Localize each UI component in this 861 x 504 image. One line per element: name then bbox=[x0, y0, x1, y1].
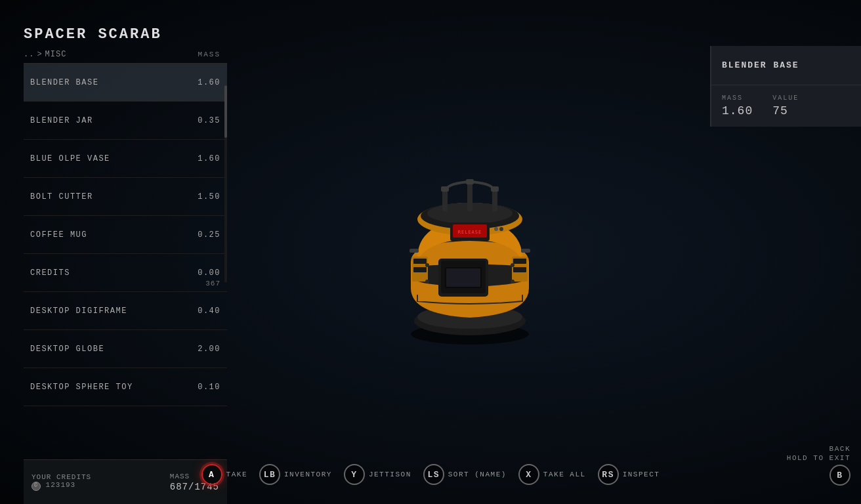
svg-rect-21 bbox=[413, 259, 427, 264]
action-inspect[interactable]: RSINSPECT bbox=[598, 464, 660, 485]
svg-rect-18 bbox=[467, 182, 472, 211]
item-mass: 0.00 bbox=[194, 268, 220, 278]
breadcrumb-category: MISC bbox=[45, 50, 67, 59]
item-mass: 1.60 bbox=[194, 78, 220, 87]
list-item[interactable]: BLENDER JAR0.35 bbox=[24, 102, 227, 140]
item-mass: 0.25 bbox=[194, 230, 220, 240]
back-section: BACK HOLD TO EXIT B bbox=[787, 445, 850, 486]
detail-value-label: VALUE bbox=[772, 94, 799, 102]
item-name: BLUE OLPE VASE bbox=[30, 154, 194, 163]
robot-preview: RELEASE bbox=[365, 91, 575, 354]
inventory-list[interactable]: BLENDER BASE1.60BLENDER JAR0.35BLUE OLPE… bbox=[24, 64, 227, 406]
action-bar: ATAKELBINVENTORYYJETTISONLSSORT (NAME)XT… bbox=[0, 445, 861, 504]
list-item[interactable]: CREDITS0.00367 bbox=[24, 254, 227, 292]
svg-rect-7 bbox=[446, 268, 480, 287]
inventory-button-icon[interactable]: LB bbox=[259, 464, 280, 485]
svg-rect-25 bbox=[513, 267, 526, 272]
svg-point-32 bbox=[494, 227, 498, 231]
item-name: DESKTOP SPHERE TOY bbox=[30, 383, 194, 392]
breadcrumb-sep: > bbox=[37, 50, 42, 59]
svg-rect-26 bbox=[410, 249, 419, 253]
inventory-panel: .. > MISC MASS BLENDER BASE1.60BLENDER J… bbox=[24, 46, 227, 438]
breadcrumb: .. > MISC MASS bbox=[24, 46, 227, 64]
svg-point-31 bbox=[511, 280, 514, 284]
svg-text:RELEASE: RELEASE bbox=[458, 230, 482, 235]
list-item[interactable]: BLENDER BASE1.60 bbox=[24, 64, 227, 102]
item-name: CREDITS bbox=[30, 268, 194, 278]
item-mass: 0.40 bbox=[194, 306, 220, 316]
detail-mass-label: MASS bbox=[722, 94, 753, 102]
take-label: TAKE bbox=[226, 471, 247, 478]
detail-mass-value: 1.60 bbox=[722, 104, 753, 117]
detail-mass: MASS 1.60 bbox=[722, 94, 753, 117]
item-name: DESKTOP DIGIFRAME bbox=[30, 306, 194, 316]
detail-value-value: 75 bbox=[772, 104, 799, 117]
svg-rect-14 bbox=[442, 188, 448, 211]
back-label-text: BACK bbox=[787, 445, 850, 453]
sort-label: SORT (NAME) bbox=[448, 471, 507, 478]
item-name: BOLT CUTTER bbox=[30, 192, 194, 201]
item-mass: 2.00 bbox=[194, 345, 220, 354]
detail-stats: MASS 1.60 VALUE 75 bbox=[711, 85, 861, 127]
svg-rect-16 bbox=[492, 188, 497, 211]
scroll-indicator bbox=[224, 85, 227, 282]
take-all-label: TAKE ALL bbox=[543, 471, 586, 478]
svg-point-29 bbox=[511, 263, 514, 267]
list-item[interactable]: BOLT CUTTER1.50 bbox=[24, 178, 227, 216]
list-item[interactable]: DESKTOP GLOBE2.00 bbox=[24, 330, 227, 368]
sort-button-icon[interactable]: LS bbox=[423, 464, 444, 485]
back-button[interactable]: B bbox=[830, 465, 850, 486]
svg-point-28 bbox=[425, 263, 429, 267]
detail-value: VALUE 75 bbox=[772, 94, 799, 117]
item-mass: 0.10 bbox=[194, 383, 220, 392]
inspect-label: INSPECT bbox=[623, 471, 660, 478]
detail-item-name: BLENDER BASE bbox=[711, 46, 861, 85]
item-mass: 1.50 bbox=[194, 192, 220, 201]
back-hold-text: HOLD TO EXIT bbox=[787, 454, 850, 462]
inventory-label: INVENTORY bbox=[284, 471, 332, 478]
take-all-button-icon[interactable]: X bbox=[518, 464, 539, 485]
action-take-all[interactable]: XTAKE ALL bbox=[518, 464, 586, 485]
item-name: DESKTOP GLOBE bbox=[30, 345, 194, 354]
breadcrumb-parent: .. bbox=[24, 50, 34, 59]
preview-area: RELEASE bbox=[236, 0, 704, 445]
svg-rect-27 bbox=[521, 249, 530, 253]
page-title: SPACER SCARAB bbox=[24, 26, 162, 43]
action-jettison[interactable]: YJETTISON bbox=[344, 464, 411, 485]
item-name: BLENDER JAR bbox=[30, 116, 194, 125]
svg-rect-22 bbox=[413, 267, 427, 272]
item-mass: 1.60 bbox=[194, 154, 220, 163]
action-sort[interactable]: LSSORT (NAME) bbox=[423, 464, 507, 485]
inspect-button-icon[interactable]: RS bbox=[598, 464, 619, 485]
list-item[interactable]: DESKTOP DIGIFRAME0.40 bbox=[24, 292, 227, 330]
svg-point-33 bbox=[499, 227, 503, 231]
item-name: BLENDER BASE bbox=[30, 78, 194, 87]
detail-panel: BLENDER BASE MASS 1.60 VALUE 75 bbox=[710, 46, 861, 127]
scroll-thumb bbox=[224, 85, 227, 138]
svg-rect-24 bbox=[513, 259, 526, 264]
column-mass-header: MASS bbox=[198, 51, 220, 58]
item-name: COFFEE MUG bbox=[30, 230, 194, 240]
take-button-icon[interactable]: A bbox=[201, 464, 222, 485]
list-item[interactable]: DESKTOP SPHERE TOY0.10 bbox=[24, 368, 227, 406]
svg-point-30 bbox=[425, 280, 429, 284]
item-mass: 0.35 bbox=[194, 116, 220, 125]
action-take[interactable]: ATAKE bbox=[201, 464, 247, 485]
list-item[interactable]: BLUE OLPE VASE1.60 bbox=[24, 140, 227, 178]
list-item[interactable]: COFFEE MUG0.25 bbox=[24, 216, 227, 254]
jettison-label: JETTISON bbox=[369, 471, 411, 478]
jettison-button-icon[interactable]: Y bbox=[344, 464, 365, 485]
action-inventory[interactable]: LBINVENTORY bbox=[259, 464, 332, 485]
item-sub-value: 367 bbox=[205, 280, 220, 287]
